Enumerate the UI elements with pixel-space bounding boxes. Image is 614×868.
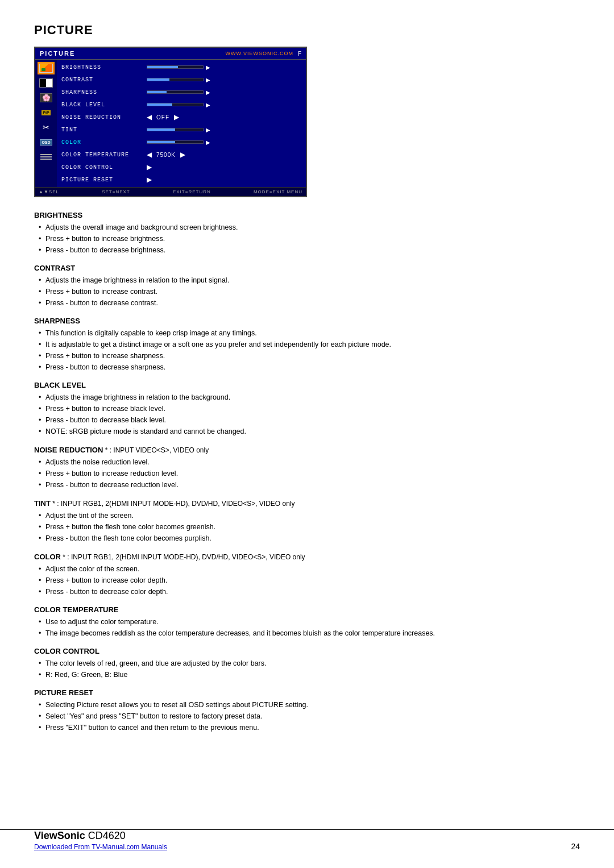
osd-icon-input: ✂ — [38, 121, 55, 134]
section-sharpness: SHARPNESS This function is digitally cap… — [34, 317, 580, 373]
pip-label: PIP — [42, 110, 50, 115]
section-brightness: BRIGHTNESS Adjusts the overall image and… — [34, 211, 580, 256]
section-black-level: BLACK LEVEL Adjusts the image brightness… — [34, 381, 580, 437]
footer-download-link[interactable]: Downloaded From TV-Manual.com Manuals — [34, 843, 167, 851]
section-picture-reset: PICTURE RESET Selecting Picture reset al… — [34, 688, 580, 733]
osd-content: BRIGHTNESS ▶ CONTRAST ▶ SHARPNESS — [57, 60, 306, 187]
black-level-bullet-2: Press + button to increase black level. — [39, 403, 580, 414]
color-bullet-1: Adjust the color of the screen. — [39, 563, 580, 575]
osd-label: OSD — [40, 139, 52, 146]
osd-row-contrast: CONTRAST ▶ — [60, 73, 302, 86]
picture-reset-bullets: Selecting Picture reset allows you to re… — [34, 699, 580, 733]
picture-reset-bullet-3: Press "EXIT" button to cancel and then r… — [39, 722, 580, 733]
section-title-contrast: CONTRAST — [34, 264, 580, 272]
color-control-bullet-2: R: Red, G: Green, B: Blue — [39, 669, 580, 680]
osd-row-color-control: COLOR CONTROL ▶ — [60, 161, 302, 173]
osd-arrow-color-control: ▶ — [147, 163, 152, 171]
osd-value-noise-reduction: ◀ OFF ▶ — [147, 113, 301, 121]
sharpness-bullets: This function is digitally capable to ke… — [34, 327, 580, 373]
tint-bullet-1: Adjust the tint of the screen. — [39, 510, 580, 521]
tint-bullet-3: Press - button the flesh tone color beco… — [39, 533, 580, 544]
osd-row-brightness: BRIGHTNESS ▶ — [60, 61, 302, 73]
noise-reduction-bullet-1: Adjusts the noise reduction level. — [39, 456, 580, 468]
osd-footer-return: EXIT=RETURN — [173, 189, 211, 194]
osd-row-sharpness: SHARPNESS ▶ — [60, 86, 302, 98]
section-color: COLOR * : INPUT RGB1, 2(HDMI INPUT MODE-… — [34, 552, 580, 597]
contrast-bullet-1: Adjusts the image brightness in relation… — [39, 275, 580, 286]
color-control-bullets: The color levels of red, green, and blue… — [34, 658, 580, 680]
brightness-bullet-2: Press + button to increase brightness. — [39, 233, 580, 244]
osd-label-picture-reset: PICTURE RESET — [61, 177, 147, 183]
noise-reduction-bullet-2: Press + button to increase reduction lev… — [39, 468, 580, 479]
section-title-brightness: BRIGHTNESS — [34, 211, 580, 219]
tint-bullet-2: Press + button the flesh tone color beco… — [39, 521, 580, 533]
section-title-black-level: BLACK LEVEL — [34, 381, 580, 389]
section-color-control: COLOR CONTROL The color levels of red, g… — [34, 647, 580, 680]
osd-icon-pip: PIP — [38, 106, 55, 119]
osd-footer-exit: MODE=EXIT MENU — [254, 189, 302, 194]
section-note-tint: * : INPUT RGB1, 2(HDMI INPUT MODE-HD), D… — [51, 500, 295, 508]
osd-row-noise-reduction: NOISE REDUCTION ◀ OFF ▶ — [60, 111, 302, 123]
osd-sidebar: 🌸 PIP ✂ OSD — [35, 60, 57, 187]
osd-slider-color: ▶ — [147, 139, 301, 146]
noise-reduction-bullet-3: Press - button to decrease reduction lev… — [39, 479, 580, 491]
osd-row-picture-reset: PICTURE RESET ▶ — [60, 173, 302, 186]
section-noise-reduction: NOISE REDUCTION * : INPUT VIDEO<S>, VIDE… — [34, 445, 580, 491]
page-title: PICTURE — [34, 23, 580, 38]
osd-row-color: COLOR ▶ — [60, 136, 302, 148]
section-title-color: COLOR — [34, 553, 61, 561]
color-bullet-2: Press + button to increase color depth. — [39, 575, 580, 586]
osd-row-black-level: BLACK LEVEL ▶ — [60, 98, 302, 111]
osd-label-tint: TINT — [61, 127, 147, 133]
osd-screen: PICTURE WWW.VIEWSONIC.COM F 🌸 — [34, 47, 307, 197]
color-bullet-3: Press - button to decrease color depth. — [39, 586, 580, 597]
osd-header-right: WWW.VIEWSONIC.COM — [225, 51, 293, 56]
osd-row-tint: TINT ▶ — [60, 123, 302, 136]
black-level-bullets: Adjusts the image brightness in relation… — [34, 392, 580, 437]
osd-footer: ▲▼SEL SET=NEXT EXIT=RETURN MODE=EXIT MEN… — [35, 187, 306, 196]
osd-label-noise-reduction: NOISE REDUCTION — [61, 114, 147, 121]
section-title-sharpness: SHARPNESS — [34, 317, 580, 325]
osd-label-color-control: COLOR CONTROL — [61, 164, 147, 171]
sharpness-bullet-4: Press - button to decrease sharpness. — [39, 362, 580, 373]
osd-label-color: COLOR — [61, 139, 147, 146]
footer-brand: ViewSonic CD4620 — [34, 830, 167, 842]
sharpness-bullet-3: Press + button to increase sharpness. — [39, 350, 580, 362]
menu-lines — [40, 154, 52, 160]
section-note-color: * : INPUT RGB1, 2(HDMI INPUT MODE-HD), D… — [61, 553, 305, 561]
brightness-bullet-1: Adjusts the overall image and background… — [39, 222, 580, 233]
noise-reduction-bullets: Adjusts the noise reduction level. Press… — [34, 456, 580, 491]
osd-slider-tint: ▶ — [147, 127, 301, 133]
tint-bullets: Adjust the tint of the screen. Press + b… — [34, 510, 580, 544]
section-color-temperature: COLOR TEMPERATURE Use to adjust the colo… — [34, 605, 580, 639]
color-temperature-bullets: Use to adjust the color temperature. The… — [34, 616, 580, 639]
osd-slider-sharpness: ▶ — [147, 89, 301, 95]
osd-row-color-temperature: COLOR TEMPERATURE ◀ 7500K ▶ — [60, 148, 302, 161]
osd-header: PICTURE WWW.VIEWSONIC.COM F — [35, 48, 306, 60]
osd-value-color-temperature: ◀ 7500K ▶ — [147, 151, 301, 159]
brightness-bullets: Adjusts the overall image and background… — [34, 222, 580, 256]
osd-slider-brightness: ▶ — [147, 64, 301, 70]
osd-label-sharpness: SHARPNESS — [61, 89, 147, 95]
contrast-bullet-2: Press + button to increase contrast. — [39, 286, 580, 297]
contrast-bullet-3: Press - button to decrease contrast. — [39, 297, 580, 309]
black-level-bullet-4: NOTE: sRGB picture mode is standard and … — [39, 426, 580, 437]
section-title-tint: TINT — [34, 499, 51, 508]
section-note-noise-reduction: * : INPUT VIDEO<S>, VIDEO only — [103, 446, 209, 454]
osd-label-color-temperature: COLOR TEMPERATURE — [61, 152, 147, 158]
picture-reset-bullet-1: Selecting Picture reset allows you to re… — [39, 699, 580, 711]
color-temperature-bullet-1: Use to adjust the color temperature. — [39, 616, 580, 628]
osd-body: 🌸 PIP ✂ OSD — [35, 60, 306, 187]
sharpness-bullet-2: It is adjustable to get a distinct image… — [39, 339, 580, 350]
color-control-bullet-1: The color levels of red, green, and blue… — [39, 658, 580, 669]
osd-label-contrast: CONTRAST — [61, 77, 147, 83]
osd-icon-osd: OSD — [38, 136, 55, 148]
osd-icon-color: 🌸 — [38, 92, 55, 104]
osd-icon-menu — [38, 151, 55, 163]
osd-arrow-picture-reset: ▶ — [147, 176, 152, 184]
osd-slider-black-level: ▶ — [147, 102, 301, 108]
sharpness-bullet-1: This function is digitally capable to ke… — [39, 327, 580, 339]
brightness-bullet-3: Press - button to decrease brightness. — [39, 244, 580, 256]
footer-left: ViewSonic CD4620 Downloaded From TV-Manu… — [34, 830, 167, 851]
picture-reset-bullet-2: Select "Yes" and press "SET" button to r… — [39, 711, 580, 722]
